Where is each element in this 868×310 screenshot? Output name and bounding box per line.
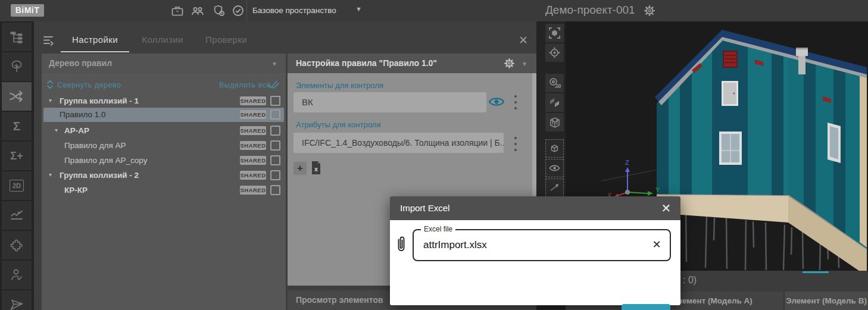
- panel-resize-handle[interactable]: [803, 271, 829, 273]
- show-hidden-button[interactable]: [545, 159, 564, 177]
- shared-badge: SHARED: [240, 126, 266, 135]
- 2d-view-icon: 2D: [10, 180, 24, 192]
- locate-button[interactable]: [545, 43, 564, 62]
- rules-tree-header[interactable]: Дерево правил ▾: [42, 54, 286, 73]
- shared-badge: SHARED: [240, 110, 266, 119]
- send-icon: [9, 297, 24, 310]
- attributes-field[interactable]: IFC/IFC_1.4_Воздуховоды/6. Толщина изоля…: [294, 133, 504, 153]
- rule-gear-icon[interactable]: [503, 57, 516, 70]
- left-sidebar: Σ Σ+ 2D: [0, 21, 34, 310]
- row-checkbox[interactable]: [270, 109, 280, 120]
- expand-arrow-icon[interactable]: ▾: [49, 171, 52, 178]
- measure-tape-button[interactable]: [545, 74, 564, 92]
- collapse-tree-link[interactable]: Свернуть дерево: [57, 81, 121, 89]
- double-check-icon[interactable]: [267, 80, 279, 89]
- check-circle-icon[interactable]: [231, 4, 245, 17]
- tree-structure-icon: [9, 29, 24, 45]
- tab-settings[interactable]: Настройки: [61, 35, 129, 48]
- shared-badge: SHARED: [240, 186, 266, 195]
- team-icon[interactable]: [191, 4, 205, 17]
- import-excel-dialog: Import Excel ✕ Excel file attrImport.xls…: [390, 196, 680, 305]
- axis-z-label: Z: [625, 159, 629, 166]
- tree-row-rule-ar[interactable]: Правило для АР SHARED: [43, 139, 284, 153]
- close-icon[interactable]: ✕: [517, 35, 529, 46]
- field-value[interactable]: attrImport.xlsx: [423, 239, 487, 251]
- shuffle-icon: [8, 89, 25, 104]
- isolate-cube-button[interactable]: [545, 139, 564, 158]
- column-model-b-header[interactable]: Элемент (Модель B): [785, 296, 868, 305]
- chevron-down-icon[interactable]: ▾: [273, 60, 276, 68]
- row-checkbox[interactable]: [270, 155, 280, 165]
- active-tab-underline: [61, 51, 129, 52]
- shared-badge: SHARED: [240, 171, 266, 180]
- briefcase-icon[interactable]: [170, 4, 185, 17]
- sidebar-item-user-check[interactable]: [2, 261, 32, 289]
- chevron-down-icon[interactable]: ▼: [355, 5, 362, 12]
- top-bar: BiMiT Базовое пространство ▼ Демо-проект…: [0, 0, 868, 22]
- tree-row-kr-kr[interactable]: КР-КР SHARED: [43, 183, 284, 198]
- select-all-link[interactable]: Выделить всё: [219, 81, 271, 89]
- rule-settings-header[interactable]: Настройка правила "Правило 1.0" ▾: [288, 54, 536, 73]
- tree-row-group-1[interactable]: ▾ Группа коллизий - 1 SHARED: [43, 94, 284, 108]
- chart-check-icon: [9, 208, 24, 223]
- shield-status-icon[interactable]: [212, 4, 226, 17]
- expand-arrow-icon[interactable]: ▾: [55, 127, 58, 133]
- sidebar-item-charts[interactable]: [2, 201, 32, 230]
- tab-collisions[interactable]: Коллизии: [137, 35, 188, 48]
- sidebar-item-structure[interactable]: [2, 23, 32, 51]
- sigma-icon: Σ: [13, 119, 21, 133]
- tree-row-rule-1-0[interactable]: Правило 1.0 SHARED: [43, 108, 284, 122]
- sidebar-item-send[interactable]: [2, 290, 32, 310]
- elements-more-menu-icon[interactable]: [514, 95, 517, 109]
- section-plane-button[interactable]: [545, 93, 564, 112]
- expand-collapse-icon[interactable]: [46, 80, 54, 89]
- sidebar-item-2d[interactable]: 2D: [2, 171, 32, 200]
- row-checkbox[interactable]: [270, 140, 280, 151]
- excel-file-field[interactable]: Excel file attrImport.xlsx ✕: [413, 229, 671, 261]
- section-box-button[interactable]: [545, 113, 564, 131]
- collapse-menu-icon[interactable]: [42, 35, 55, 46]
- row-checkbox[interactable]: [270, 170, 280, 180]
- tree-row-rule-ar-copy[interactable]: Правило для АР_copy SHARED: [43, 154, 284, 168]
- axis-y-label: Y: [655, 186, 660, 193]
- tree-row-group-2[interactable]: ▾ Группа коллизий - 2 SHARED: [43, 168, 284, 183]
- row-checkbox[interactable]: [270, 96, 280, 106]
- project-settings-gear-icon[interactable]: [643, 4, 656, 17]
- eye-icon[interactable]: [488, 95, 505, 108]
- elements-preview-title: Просмотр элементов: [296, 295, 383, 305]
- paperclip-icon[interactable]: [395, 236, 408, 253]
- sigma-plus-icon: Σ+: [10, 150, 23, 162]
- sidebar-item-model-tree[interactable]: [2, 52, 32, 81]
- app-logo: BiMiT: [11, 4, 44, 17]
- import-button[interactable]: ИМПОРТ: [622, 304, 670, 310]
- shared-badge: SHARED: [240, 96, 266, 105]
- dialog-header: Import Excel ✕: [390, 196, 680, 220]
- clear-icon[interactable]: ✕: [651, 239, 663, 250]
- row-checkbox[interactable]: [270, 185, 280, 195]
- sidebar-item-plugins[interactable]: [2, 231, 32, 259]
- attributes-more-menu-icon[interactable]: [514, 137, 517, 151]
- tree-row-ar-ar[interactable]: ▾ АР-АР SHARED: [43, 124, 284, 138]
- sidebar-item-sum[interactable]: Σ: [2, 112, 32, 140]
- expand-arrow-icon[interactable]: ▾: [49, 97, 52, 104]
- dialog-body: Excel file attrImport.xlsx ✕ ИМПОРТ: [390, 220, 680, 305]
- attributes-label: Атрибуты для контроля: [296, 120, 380, 129]
- add-attribute-button[interactable]: +: [294, 162, 307, 175]
- sidebar-item-sum-add[interactable]: Σ+: [2, 142, 32, 170]
- tab-checks[interactable]: Проверки: [201, 35, 251, 48]
- column-model-a-header[interactable]: Элемент (Модель A): [672, 296, 753, 305]
- close-icon[interactable]: ✕: [660, 202, 672, 214]
- chevron-down-icon[interactable]: ▾: [523, 60, 526, 68]
- rules-tree-panel: Дерево правил ▾ Свернуть дерево Выделить…: [42, 54, 286, 310]
- hide-selection-button[interactable]: [545, 179, 564, 197]
- elements-field[interactable]: ВК: [294, 92, 486, 112]
- puzzle-icon: [9, 237, 24, 253]
- excel-file-icon[interactable]: x: [311, 161, 321, 175]
- fit-model-button[interactable]: [545, 24, 564, 42]
- workspace-selector[interactable]: Базовое пространство: [252, 5, 336, 16]
- rule-settings-title: Настройка правила "Правило 1.0": [296, 58, 437, 68]
- row-checkbox[interactable]: [270, 126, 280, 136]
- tree-item-label: Правило 1.0: [60, 110, 106, 119]
- sidebar-item-collisions[interactable]: [2, 82, 32, 111]
- tree-item-label: Группа коллизий - 2: [60, 171, 139, 180]
